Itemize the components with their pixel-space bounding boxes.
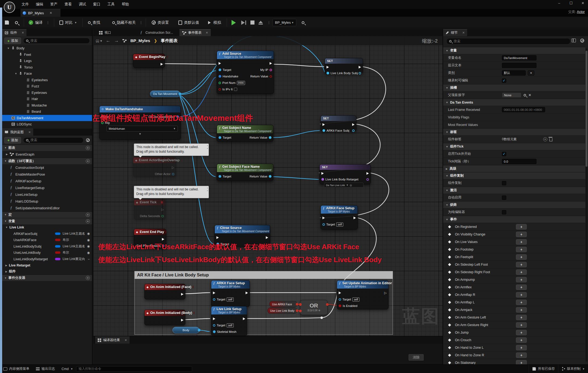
component-row-hair[interactable]: Hair (2, 96, 92, 102)
component-row-face[interactable]: ▼Face (2, 70, 92, 77)
close-icon[interactable]: ✕ (206, 31, 208, 35)
data-pin[interactable] (326, 303, 329, 306)
component-row-lodsync[interactable]: CLODSync (2, 121, 92, 128)
collapse-icon[interactable]: ▼ (100, 132, 181, 135)
component-row-feet[interactable]: Feet (2, 52, 92, 58)
exec-pin[interactable] (246, 292, 248, 294)
variable-group-Live Link[interactable]: ▼Live Link (2, 224, 92, 231)
checkbox[interactable] (502, 181, 506, 185)
graph-tab-0[interactable]: 视口 (96, 29, 114, 36)
add-event-button[interactable]: + (516, 285, 527, 290)
caret-icon[interactable]: ▼ (7, 47, 10, 50)
section-variables[interactable]: ▼变量+ (2, 218, 92, 224)
details-section-高级[interactable]: ▶高级 (443, 165, 585, 172)
details-settings-icon[interactable] (580, 39, 584, 42)
rig-select[interactable]: MetaHuman▼ (107, 126, 178, 132)
eye-closed-icon[interactable]: ⌣ (88, 257, 90, 261)
add-event-button[interactable]: + (516, 277, 527, 282)
section-functions[interactable]: ▼函数（18可覆盖）+ (2, 158, 92, 164)
component-row-eyebrows[interactable]: Eyebrows (2, 90, 92, 96)
content-drawer-button[interactable]: 内容侧滑菜单 (0, 365, 33, 373)
exec-pin[interactable] (162, 238, 164, 241)
breadcrumb-page[interactable]: 事件图表 (161, 38, 178, 44)
minimize-button[interactable]: – (557, 1, 561, 5)
data-pin[interactable] (161, 215, 164, 217)
bookmark-icon[interactable]: 🕮 ▾ (96, 39, 102, 43)
data-pin[interactable] (270, 69, 272, 71)
add-event-button[interactable]: + (516, 337, 527, 343)
menu-3[interactable]: 查看 (64, 2, 72, 7)
checkbox[interactable]: ✓ (502, 78, 506, 83)
node-get-subject-name[interactable]: ƒGet Subject NameTarget is Da Tan Moveme… (217, 125, 273, 142)
add-event-button[interactable]: + (516, 262, 527, 267)
pin-default-value[interactable]: self (336, 223, 343, 227)
stop-button[interactable] (249, 17, 256, 28)
exec-pin[interactable] (321, 172, 324, 175)
compile-options-icon[interactable]: ⋮ (46, 20, 50, 25)
exec-pin[interactable] (213, 317, 215, 320)
pin-default-value[interactable]: 9990 (237, 81, 245, 85)
add-event-button[interactable]: + (516, 345, 527, 350)
pin-checkbox[interactable] (234, 88, 237, 91)
add-event-button[interactable]: + (516, 307, 527, 313)
socket-value[interactable]: None (502, 93, 521, 98)
checkbox[interactable]: ✓ (502, 152, 506, 156)
node-event-actorbeginoverlap[interactable]: ◆Event ActorBeginOverlap▷Other Actor (133, 157, 176, 177)
function-constructionscript[interactable]: ƒConstructionScript (2, 164, 92, 171)
close-icon[interactable]: ✕ (22, 31, 24, 35)
section-event-dispatchers[interactable]: ▼事件分发器+ (2, 275, 92, 281)
browse-icon[interactable] (524, 94, 526, 96)
close-icon[interactable]: ✕ (125, 338, 127, 342)
add-event-button[interactable]: + (516, 292, 527, 297)
exec-pin[interactable] (352, 123, 355, 126)
add-event-button[interactable]: + (516, 224, 527, 230)
details-section-事件[interactable]: ▼事件 (443, 216, 585, 223)
hide-unrelated-button[interactable]: 隐藏不相关⋮ (111, 17, 144, 28)
close-icon[interactable]: ✕ (462, 31, 465, 35)
details-section-Da Tan Events[interactable]: ▼Da Tan Events (443, 99, 585, 106)
add-event-button[interactable]: + (516, 353, 527, 358)
chevron-down-icon[interactable]: ▼ (528, 70, 534, 76)
node-tooltip-disabled-2[interactable]: This node is disabled and will not be ca… (134, 186, 209, 198)
exec-pin[interactable] (359, 66, 361, 69)
section-graphs[interactable]: ▼图表+ (2, 145, 92, 151)
pin-default-value[interactable]: self (352, 297, 359, 302)
data-pin[interactable] (269, 136, 271, 139)
node-get-use-arkit-face[interactable]: Use ARKit Face (269, 301, 297, 307)
add-event-button[interactable]: + (516, 322, 527, 328)
data-pin[interactable] (339, 298, 341, 301)
node-set-update-animation-in-editor[interactable]: ƒSet Update Animation in EditorTarget is… (337, 280, 389, 309)
add-event-button[interactable]: + (516, 269, 527, 275)
components-search-input[interactable]: 搜索 (23, 38, 90, 44)
variable-livelinkbodysubj[interactable]: LiveLinkBodySubjLive Link主题名◉ (2, 243, 92, 250)
node-event-tick[interactable]: ◆Event Tick▷Delta Seconds (134, 199, 166, 220)
component-row-legs[interactable]: Legs (2, 58, 92, 64)
menu-5[interactable]: 窗口 (93, 2, 100, 7)
breadcrumb-root[interactable]: BP_Myles (130, 38, 150, 43)
function-hairlodsetup[interactable]: ƒHairLODSetup (2, 198, 92, 205)
component-row-torso[interactable]: Torso (2, 64, 92, 71)
tab-components[interactable]: C 组件✕ (2, 29, 26, 36)
exec-pin[interactable] (181, 319, 183, 321)
add-event-button[interactable]: + (516, 300, 527, 305)
tab-details[interactable]: 细节✕ (443, 29, 467, 36)
add-icon[interactable]: + (86, 219, 90, 223)
add-icon[interactable]: + (86, 213, 90, 217)
exec-pin[interactable] (322, 217, 325, 219)
variable-usearkitface[interactable]: UseARKitFace布尔◉ (2, 237, 92, 243)
menu-0[interactable]: 文件 (22, 2, 29, 7)
menu-2[interactable]: 资产 (50, 2, 57, 7)
exec-pin[interactable] (354, 217, 356, 219)
data-pin[interactable] (366, 178, 369, 181)
revision-control-button[interactable]: 版本控制▼ (558, 365, 588, 373)
node-get-body[interactable]: Body (172, 327, 199, 333)
add-event-button[interactable]: + (516, 247, 527, 252)
eye-icon[interactable]: ◉ (87, 232, 90, 235)
details-section-变量[interactable]: ▼变量 (443, 47, 585, 54)
trash-icon[interactable] (549, 138, 552, 141)
node-get-subject-face-name[interactable]: ƒGet Subject Face NameTarget is Da Tan M… (217, 164, 273, 181)
exec-pin[interactable] (322, 123, 325, 126)
add-event-button[interactable]: + (516, 315, 527, 320)
graph-tab-1[interactable]: ƒConstruction Scr... (138, 29, 176, 36)
maximize-button[interactable]: ☐ (569, 1, 573, 5)
